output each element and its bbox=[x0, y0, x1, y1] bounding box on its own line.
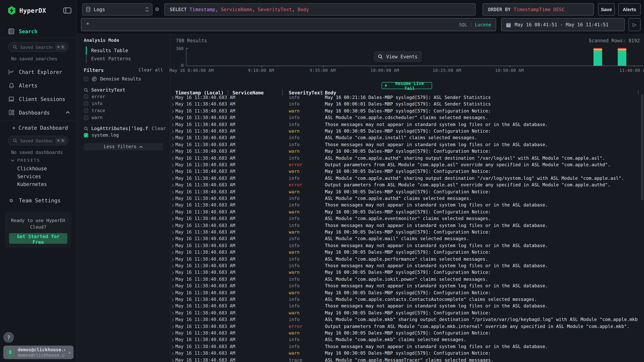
saved-dashboards-input[interactable]: Saved Dashboards ⌘ K bbox=[8, 136, 68, 145]
filter-option-info[interactable]: info bbox=[84, 101, 102, 106]
row-expand-chevron-icon[interactable] bbox=[171, 298, 174, 302]
run-query-button[interactable]: ▷ bbox=[628, 18, 641, 31]
table-row[interactable]: May 16 11:38:40.683 AMinfoASL Module "co… bbox=[170, 256, 644, 263]
table-row[interactable]: May 16 11:38:40.683 AMwarnMay 16 00:30:0… bbox=[170, 310, 644, 317]
row-expand-chevron-icon[interactable] bbox=[171, 197, 174, 201]
table-row[interactable]: May 16 11:38:40.683 AMinfoASL Module "co… bbox=[170, 115, 644, 121]
table-row[interactable]: May 16 11:38:40.683 AMinfoASL Module "co… bbox=[170, 276, 644, 283]
table-row[interactable]: May 16 11:38:40.683 AMwarnMay 16 00:30:0… bbox=[170, 168, 644, 175]
table-row[interactable]: May 16 11:38:40.683 AMerrorOutput parame… bbox=[170, 182, 644, 189]
sql-select-editor[interactable]: SELECT Timestamp, ServiceName, SeverityT… bbox=[164, 3, 476, 15]
scrollbar-thumb[interactable] bbox=[641, 94, 643, 200]
row-expand-chevron-icon[interactable] bbox=[171, 103, 174, 107]
table-row[interactable]: May 16 11:38:40.683 AMwarnMay 16 00:30:0… bbox=[170, 249, 644, 256]
row-expand-chevron-icon[interactable] bbox=[171, 325, 174, 329]
filter-option-trace[interactable]: trace bbox=[84, 108, 105, 113]
row-expand-chevron-icon[interactable] bbox=[171, 285, 174, 288]
row-expand-chevron-icon[interactable] bbox=[171, 136, 174, 140]
table-row[interactable]: May 16 11:38:40.683 AMwarnMay 16 00:30:0… bbox=[170, 108, 644, 114]
order-by-editor[interactable]: ORDER BY TimestampTime DESC bbox=[482, 3, 594, 15]
sidebar-collapse-icon[interactable] bbox=[63, 7, 72, 13]
row-expand-chevron-icon[interactable] bbox=[171, 339, 174, 342]
table-row[interactable]: May 16 11:38:40.683 AMinfoASL Module "co… bbox=[170, 135, 644, 141]
create-dashboard-button[interactable]: + Create Dashboard bbox=[0, 123, 76, 132]
clear-all-link[interactable]: Clear all bbox=[138, 67, 163, 73]
table-row[interactable]: May 16 11:38:40.683 AMwarnMay 16 00:30:0… bbox=[170, 128, 644, 135]
saved-searches-input[interactable]: Saved Searches ⌘ K bbox=[8, 42, 68, 52]
clear-filter-link[interactable]: Clear bbox=[152, 126, 166, 131]
table-row[interactable]: May 16 11:38:40.683 AMwarnMay 16 00:30:0… bbox=[170, 290, 644, 296]
view-events-button[interactable]: View Events bbox=[374, 51, 422, 62]
row-expand-chevron-icon[interactable] bbox=[171, 318, 174, 322]
row-expand-chevron-icon[interactable] bbox=[171, 109, 174, 113]
get-started-button[interactable]: Get Started for Free bbox=[9, 233, 67, 244]
row-expand-chevron-icon[interactable] bbox=[171, 204, 174, 208]
analysis-mode-tab[interactable]: Results Table bbox=[86, 46, 131, 54]
search-query-input[interactable]: * SQL | Lucene bbox=[81, 18, 496, 31]
row-expand-chevron-icon[interactable] bbox=[171, 224, 174, 228]
row-expand-chevron-icon[interactable] bbox=[171, 211, 174, 214]
row-expand-chevron-icon[interactable] bbox=[171, 258, 174, 261]
row-expand-chevron-icon[interactable] bbox=[171, 163, 174, 167]
table-row[interactable]: May 16 11:38:40.683 AMinfoASL Module "co… bbox=[170, 236, 644, 242]
row-expand-chevron-icon[interactable] bbox=[171, 143, 174, 147]
table-row[interactable]: May 16 11:38:40.683 AMinfoMay 16 00:06:0… bbox=[170, 101, 644, 108]
table-row[interactable]: May 16 11:38:40.683 AMinfoThose messages… bbox=[170, 303, 644, 310]
language-lucene[interactable]: Lucene bbox=[475, 22, 491, 27]
row-expand-chevron-icon[interactable] bbox=[171, 157, 174, 160]
table-row[interactable]: May 16 11:38:40.683 AMinfoASL Module "co… bbox=[170, 175, 644, 182]
sidebar-item-search[interactable]: Search bbox=[0, 26, 76, 36]
row-expand-chevron-icon[interactable] bbox=[171, 291, 174, 295]
row-expand-chevron-icon[interactable] bbox=[171, 271, 174, 275]
table-row[interactable]: May 16 11:38:40.683 AMinfoASL Module "co… bbox=[170, 216, 644, 222]
row-expand-chevron-icon[interactable] bbox=[171, 130, 174, 133]
table-row[interactable]: May 16 11:38:40.683 AMinfoThose messages… bbox=[170, 121, 644, 128]
table-row[interactable]: May 16 11:38:40.683 AMinfoThose messages… bbox=[170, 202, 644, 209]
row-expand-chevron-icon[interactable] bbox=[171, 359, 174, 362]
row-expand-chevron-icon[interactable] bbox=[171, 184, 174, 187]
row-expand-chevron-icon[interactable] bbox=[171, 345, 174, 349]
less-filters-button[interactable]: Less filters bbox=[84, 143, 163, 150]
filter-option-error[interactable]: error bbox=[84, 94, 105, 99]
table-row[interactable]: May 16 11:38:40.683 AMinfoThose messages… bbox=[170, 243, 644, 249]
sidebar-item-client-sessions[interactable]: Client Sessions bbox=[0, 94, 76, 104]
presets-toggle[interactable]: PRESETS bbox=[11, 158, 40, 163]
row-expand-chevron-icon[interactable] bbox=[171, 278, 174, 282]
histogram-bar[interactable] bbox=[594, 48, 602, 65]
row-expand-chevron-icon[interactable] bbox=[171, 312, 174, 315]
row-expand-chevron-icon[interactable] bbox=[171, 116, 174, 120]
row-expand-chevron-icon[interactable] bbox=[171, 332, 174, 335]
filter-option-system.log[interactable]: ✓system.log bbox=[84, 133, 119, 138]
sidebar-item-alerts[interactable]: Alerts bbox=[0, 80, 76, 90]
row-expand-chevron-icon[interactable] bbox=[171, 123, 174, 127]
table-row[interactable]: May 16 11:38:40.683 AMinfoThose messages… bbox=[170, 142, 644, 148]
alerts-button[interactable]: Alerts bbox=[618, 3, 641, 15]
source-settings-gear-icon[interactable]: ⚙ bbox=[155, 6, 159, 12]
table-row[interactable]: May 16 11:38:40.683 AMwarnMay 16 00:30:0… bbox=[170, 148, 644, 155]
table-row[interactable]: May 16 11:38:40.683 AMinfoASL Module "co… bbox=[170, 296, 644, 303]
histogram-bar[interactable] bbox=[618, 48, 626, 65]
row-expand-chevron-icon[interactable] bbox=[171, 244, 174, 248]
source-select[interactable]: Logs bbox=[82, 3, 152, 15]
table-row[interactable]: May 16 11:38:40.683 AMwarnMay 16 00:30:0… bbox=[170, 209, 644, 216]
row-expand-chevron-icon[interactable] bbox=[171, 231, 174, 234]
preset-kubernetes[interactable]: Kubernetes bbox=[17, 181, 47, 187]
sidebar-item-dashboards[interactable]: Dashboards bbox=[0, 107, 76, 117]
table-row[interactable]: May 16 11:38:40.683 AMinfoASL Module "co… bbox=[170, 337, 644, 343]
row-expand-chevron-icon[interactable] bbox=[171, 190, 174, 194]
table-row[interactable]: May 16 11:38:40.683 AMinfoThose messages… bbox=[170, 344, 644, 350]
row-expand-chevron-icon[interactable] bbox=[171, 251, 174, 255]
row-expand-chevron-icon[interactable] bbox=[171, 177, 174, 181]
table-row[interactable]: May 16 11:38:40.683 AMerrorOutput parame… bbox=[170, 323, 644, 330]
sidebar-item-chart-explorer[interactable]: Chart Explorer bbox=[0, 67, 76, 77]
resume-live-tail-button[interactable]: Resume Live Tail bbox=[382, 82, 432, 89]
table-row[interactable]: May 16 11:38:40.683 AMinfoASL Module "co… bbox=[170, 195, 644, 202]
help-button[interactable]: ? bbox=[3, 332, 14, 343]
row-expand-chevron-icon[interactable] bbox=[171, 170, 174, 174]
table-row[interactable]: May 16 11:38:40.683 AMwarnMay 16 00:30:0… bbox=[170, 330, 644, 337]
preset-services[interactable]: Services bbox=[17, 174, 41, 179]
row-expand-chevron-icon[interactable] bbox=[171, 237, 174, 241]
row-expand-chevron-icon[interactable] bbox=[171, 264, 174, 268]
row-expand-chevron-icon[interactable] bbox=[171, 217, 174, 221]
save-button[interactable]: Save bbox=[598, 3, 615, 15]
